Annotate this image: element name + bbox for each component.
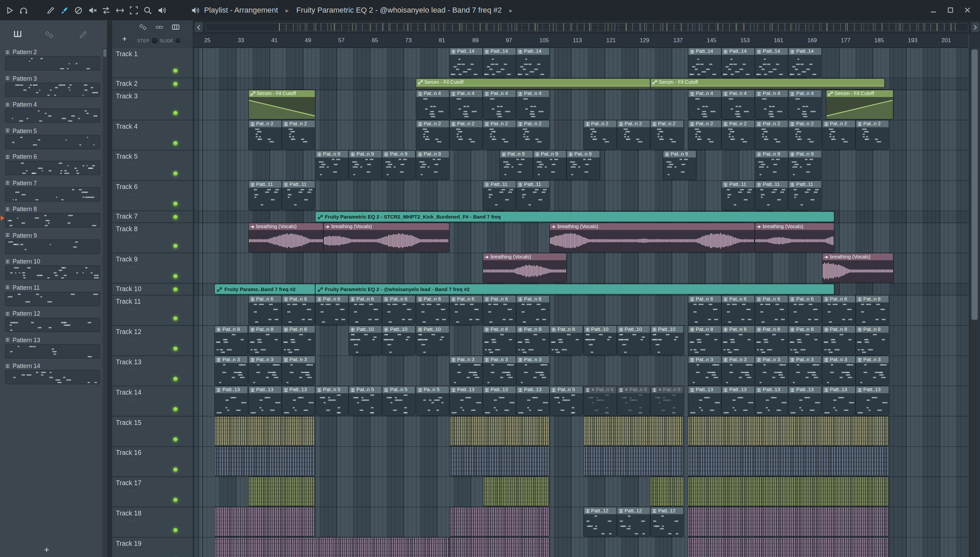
track-led[interactable] — [173, 111, 178, 116]
draw-tool-icon[interactable] — [46, 5, 55, 15]
breadcrumb-playlist[interactable]: Playlist - Arrangement — [204, 6, 278, 15]
pattern-thumbnail[interactable] — [5, 318, 100, 332]
audio-clip[interactable]: breathing (Vocals) — [550, 223, 754, 252]
pattern-item[interactable]: Pattern 2 — [5, 48, 103, 74]
pattern-clip[interactable]: Pat..n 6 — [248, 295, 281, 324]
track-lane[interactable]: breathing (Vocals)breathing (Vocals) — [194, 253, 969, 283]
pattern-clip[interactable]: Patt..12 — [651, 507, 684, 536]
track-lane[interactable]: Serum - Fil CutoffSerum - Fil Cutoff — [194, 78, 969, 90]
pattern-clip[interactable]: Pat..n 8 — [282, 326, 315, 355]
pattern-clip[interactable]: Patt..13 — [688, 386, 721, 415]
bar-ruler[interactable]: 2533414957657381899710511312112913714515… — [194, 34, 969, 48]
audio-clip[interactable] — [688, 416, 889, 445]
track-lane[interactable]: Pat..n 2Pat..n 2Pat..n 2Pat..n 2Pat..n 2… — [194, 121, 969, 151]
add-pattern-button[interactable]: + — [44, 544, 49, 555]
pattern-thumbnail[interactable] — [5, 56, 100, 71]
pattern-clip[interactable]: Pat..n 9 — [416, 150, 449, 179]
pattern-clip[interactable]: Pat..n 3 — [516, 356, 550, 385]
track-lane[interactable]: Serum - Fil CutoffPat..n 4Pat..n 4Pat..n… — [194, 90, 969, 121]
pattern-clip[interactable]: Patt..12 — [584, 507, 617, 536]
minimize-button[interactable] — [926, 3, 941, 17]
track-lane[interactable] — [194, 477, 969, 507]
pattern-clip[interactable]: Pat..n 6 — [755, 295, 788, 324]
pattern-clip[interactable]: ✕Pat..n 5 — [617, 386, 650, 415]
pattern-thumbnail[interactable] — [5, 135, 100, 149]
pattern-clip[interactable]: Pat..n 3 — [688, 356, 721, 385]
track-led[interactable] — [173, 407, 178, 412]
pattern-clip[interactable]: Pat..n 3 — [856, 356, 889, 385]
pattern-clip[interactable]: Pat..n 5 — [383, 386, 415, 415]
pattern-item[interactable]: Pattern 14 — [5, 362, 103, 388]
pattern-thumbnail[interactable] — [5, 344, 100, 358]
track-header[interactable]: Track 9··· — [112, 253, 193, 283]
pattern-clip[interactable]: Pat..n 2 — [449, 121, 482, 150]
preview-tool-icon[interactable] — [157, 5, 166, 15]
pattern-clip[interactable]: Pat..n 2 — [856, 121, 889, 150]
track-lane[interactable]: Patt..12Patt..12Patt..12 — [194, 507, 969, 537]
pattern-clip[interactable]: Pat..n 3 — [822, 356, 855, 385]
scroll-right-button[interactable] — [971, 22, 979, 33]
pattern-clip[interactable]: Pat..n 2 — [483, 121, 516, 150]
pattern-item[interactable]: Pattern 5 — [5, 126, 103, 153]
pattern-clip[interactable]: Pat..n 6 — [349, 295, 382, 324]
audio-clip[interactable]: breathing (Vocals) — [822, 253, 892, 282]
pattern-picker-icon[interactable] — [13, 29, 23, 39]
pattern-clip[interactable]: Patt..11 — [722, 181, 755, 210]
audio-clip[interactable]: breathing (Vocals) — [755, 223, 834, 252]
pattern-clip[interactable]: Pat..n 3 — [449, 356, 482, 385]
pattern-thumbnail[interactable] — [5, 370, 100, 384]
pattern-clip[interactable]: Patt..13 — [248, 386, 281, 415]
pattern-clip[interactable]: Pat..n 8 — [755, 326, 788, 355]
track-lane[interactable]: Patt..14Patt..14Patt..14Patt..14Patt..14… — [194, 48, 969, 78]
pattern-clip[interactable]: Pat..n 9 — [755, 150, 788, 179]
pattern-clip[interactable]: Patt..11 — [282, 181, 315, 210]
automation-clip[interactable]: Fruity Parametric EQ 2 - @whoisanyelo le… — [315, 284, 834, 295]
track-led[interactable] — [173, 202, 178, 206]
pattern-clip[interactable]: ✕Pat..n 5 — [651, 386, 684, 415]
audio-clip[interactable] — [688, 477, 889, 506]
pattern-clip[interactable]: Pat..n 4 — [516, 90, 550, 119]
pattern-item[interactable]: Pattern 4 — [5, 100, 103, 126]
pattern-clip[interactable]: Pa..n 5 — [416, 386, 449, 415]
pattern-clip[interactable]: Pat..n 3 — [722, 356, 755, 385]
pattern-clip[interactable]: Patt..13 — [856, 386, 889, 415]
pattern-item[interactable]: Pattern 10 — [5, 257, 103, 283]
pattern-clip[interactable]: Patt..14 — [483, 48, 516, 77]
link-icon[interactable] — [155, 23, 164, 32]
automation-clip[interactable]: Fruity Parametric EQ 2 - STCR2_MHPT2_Kic… — [315, 212, 834, 222]
track-header[interactable]: Track 6··· — [112, 181, 193, 211]
pattern-clip[interactable]: Patt..11 — [755, 181, 788, 210]
pattern-clip[interactable]: Pat..n 4 — [789, 90, 822, 119]
pattern-clip[interactable]: Patt..14 — [688, 48, 721, 77]
pattern-item[interactable]: Pattern 12 — [5, 309, 103, 336]
pattern-clip[interactable]: Pat..n 6 — [282, 295, 315, 324]
pattern-clip[interactable]: Patt..13 — [282, 386, 315, 415]
pattern-clip[interactable]: Pat..n 8 — [856, 326, 889, 355]
audio-clip[interactable] — [215, 416, 315, 445]
pattern-item[interactable]: Pattern 6 — [5, 153, 103, 179]
pattern-clip[interactable]: Pat..n 4 — [416, 90, 449, 119]
pattern-clip[interactable]: Pat..n 2 — [722, 121, 755, 150]
pattern-item[interactable]: Pattern 9 — [5, 231, 103, 257]
track-led[interactable] — [173, 498, 178, 502]
audio-clip[interactable]: breathing (Vocals) — [483, 253, 566, 282]
track-header[interactable]: Track 12··· — [112, 326, 193, 356]
pattern-clip[interactable]: Pat..n 9 — [567, 150, 600, 179]
pattern-item[interactable]: Pattern 11 — [5, 283, 103, 309]
pattern-clip[interactable]: Pat..n 6 — [722, 295, 755, 324]
pattern-clip[interactable]: Pat..n 3 — [248, 356, 281, 385]
track-header[interactable]: Track 4··· — [112, 121, 193, 151]
pattern-clip[interactable]: Pat..n 2 — [688, 121, 721, 150]
audio-clip[interactable] — [483, 477, 549, 506]
pattern-clip[interactable]: Pat..n 2 — [822, 121, 855, 150]
track-header[interactable]: Track 7 — [112, 211, 193, 223]
track-header[interactable]: Track 15··· — [112, 416, 193, 447]
scrollbar-thumb[interactable] — [971, 49, 978, 320]
track-header[interactable]: Track 3··· — [112, 90, 193, 121]
track-lane[interactable]: Pat..n 9Pat..n 9Pat..n 9Pat..n 9Pat..n 9… — [194, 150, 969, 181]
pattern-item[interactable]: Pattern 13 — [5, 336, 103, 362]
pattern-clip[interactable]: Pat..n 6 — [789, 295, 822, 324]
track-led[interactable] — [173, 377, 178, 381]
headphones-icon[interactable] — [19, 5, 29, 15]
pattern-clip[interactable]: Pat..n 2 — [755, 121, 788, 150]
